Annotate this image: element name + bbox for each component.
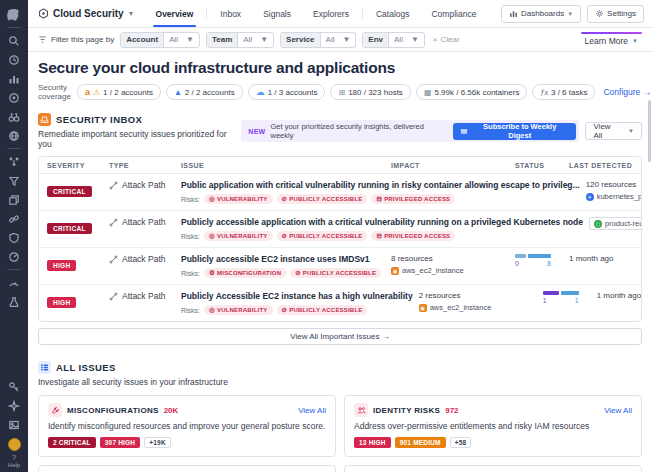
tab-signals[interactable]: Signals (252, 0, 302, 27)
chevron-down-icon: ▼ (128, 10, 135, 17)
table-row[interactable]: HIGH Attack Path Publicly accessible EC2… (39, 247, 641, 284)
rail-divider (7, 148, 21, 149)
link-icon[interactable] (4, 209, 24, 228)
azure-icon: ▲ (174, 88, 182, 97)
table-row[interactable]: CRITICAL Attack Path Publicly accessible… (39, 210, 641, 247)
cloud-security-logo-icon (38, 8, 49, 19)
attack-path-icon (109, 292, 118, 301)
coverage-pill-gcp[interactable]: ☁ 1 / 3 accounts (248, 84, 326, 100)
vulnerability-icon: ◎ (209, 306, 215, 314)
scrollbar-thumb[interactable] (648, 100, 651, 162)
filter-icon (38, 35, 47, 44)
filter-team[interactable]: Team All▼ (206, 32, 274, 48)
view-all-link[interactable]: View All (298, 406, 326, 415)
help-button[interactable]: ? Help (8, 454, 20, 470)
issue-title: Publicly accessible EC2 instance uses IM… (181, 254, 385, 264)
table-row[interactable]: HIGH Attack Path Publicly Accessible EC2… (39, 284, 641, 321)
view-all-important-issues-button[interactable]: View All Important Issues → (38, 328, 642, 345)
risk-chip: ◎VULNERABILITY (204, 194, 272, 204)
tab-compliance[interactable]: Compliance (420, 0, 487, 27)
security-coverage-row: Security coverage a ⚠ 1 / 2 accounts ▲ 2… (38, 83, 642, 101)
left-nav-rail: ? Help (0, 0, 28, 472)
issue-title: Publicly Accessible EC2 instance has a h… (181, 291, 413, 301)
issue-type: Attack Path (109, 217, 175, 227)
app-title: Cloud Security (53, 8, 124, 19)
tab-separator (206, 8, 207, 19)
filter-funnel-icon[interactable] (4, 171, 24, 190)
coverage-pill-azure[interactable]: ▲ 2 / 2 accounts (166, 84, 243, 100)
publicly-accessible-icon: ⊘ (282, 195, 288, 203)
filter-env[interactable]: Env All▼ (362, 32, 424, 48)
search-icon[interactable] (4, 31, 24, 50)
settings-button[interactable]: Settings (587, 5, 644, 23)
impact-count: 2 resources (419, 291, 537, 300)
risk-chip: ⚙MISCONFIGURATION (204, 268, 286, 278)
configure-link[interactable]: Configure → (603, 87, 651, 97)
inbox-view-all-dropdown[interactable]: View All ▼ (585, 122, 642, 140)
severity-badges: 2 CRITICAL 307 HIGH +19K (48, 437, 326, 448)
user-avatar[interactable] (8, 438, 21, 451)
page-content: Secure your cloud infrastructure and app… (28, 52, 652, 472)
settings-label: Settings (607, 9, 636, 18)
image-icon[interactable] (4, 416, 24, 435)
medium-badge: 901 MEDIUM (395, 437, 446, 448)
impact-count: 8 resources (391, 254, 509, 263)
tab-explorers[interactable]: Explorers (302, 0, 360, 27)
app-switcher[interactable]: Cloud Security ▼ (38, 0, 135, 27)
coverage-pill-containers[interactable]: ▦ 5.99k / 6.56k containers (416, 84, 528, 100)
dashboards-button[interactable]: Dashboards ▼ (501, 5, 581, 23)
watchdog-binoculars-icon[interactable] (4, 107, 24, 126)
shield-icon[interactable] (4, 228, 24, 247)
resource-tag: ▣ aws_ec2_instance (419, 303, 537, 312)
card-misconfigurations[interactable]: MISCONFIGURATIONS 20K View All Identify … (38, 395, 336, 457)
function-icon: ƒx (540, 88, 548, 97)
issue-type: Attack Path (109, 291, 175, 301)
coverage-pill-tasks[interactable]: ƒx 3 / 6 tasks (532, 84, 595, 100)
tab-catalogs[interactable]: Catalogs (365, 0, 421, 27)
learn-more-button[interactable]: Learn More ▼ (579, 32, 644, 48)
card-vulnerabilities[interactable]: VULNERABILITIES 18K View All Remediate v… (344, 465, 642, 472)
coverage-pill-hosts[interactable]: ⊞ 180 / 323 hosts (330, 84, 410, 100)
severity-badge: HIGH (47, 297, 76, 308)
status-bars: 11 (543, 291, 579, 304)
new-badge: NEW (248, 128, 265, 135)
card-identity-risks[interactable]: IDENTITY RISKS 972 View All Address over… (344, 395, 642, 457)
globe-icon[interactable] (4, 126, 24, 145)
service-tag: ⬡ product-recommendation (589, 217, 642, 230)
chevron-down-icon: ▼ (411, 35, 419, 44)
service-map-icon[interactable] (4, 152, 24, 171)
vulnerability-icon: ◎ (209, 232, 215, 240)
aws-ec2-icon: ▣ (419, 304, 427, 312)
key-icon[interactable] (4, 378, 24, 397)
risk-chip: ⊘PUBLICLY ACCESSIBLE (277, 194, 368, 204)
filter-account[interactable]: Account All▼ (120, 32, 200, 48)
gauge-icon[interactable] (4, 247, 24, 266)
flask-icon[interactable] (4, 292, 24, 311)
view-all-link[interactable]: View All (604, 406, 632, 415)
filter-service[interactable]: Service All▼ (280, 32, 356, 48)
subscribe-weekly-digest-button[interactable]: ✉ Subscribe to Weekly Digest (453, 123, 577, 140)
speedometer-icon[interactable] (4, 273, 24, 292)
card-threats[interactable]: THREATS 10K Past 1 Week View All Investi… (38, 465, 336, 472)
help-label: Help (8, 462, 20, 469)
severity-badge: HIGH (47, 260, 76, 271)
table-row[interactable]: CRITICAL Attack Path Public application … (39, 174, 641, 210)
sparkle-icon[interactable] (4, 397, 24, 416)
attack-path-icon (109, 181, 118, 190)
attack-path-icon (109, 255, 118, 264)
publicly-accessible-icon: ⊘ (282, 232, 288, 240)
dashboards-icon[interactable] (4, 69, 24, 88)
resource-tag: ✳ kubernetes_pod (586, 192, 642, 201)
history-icon[interactable] (4, 50, 24, 69)
apm-target-icon[interactable] (4, 88, 24, 107)
windows-icon[interactable] (4, 190, 24, 209)
identity-icon (354, 403, 368, 417)
clear-filters-button[interactable]: × Clear (433, 35, 460, 44)
more-badge: +58 (450, 437, 472, 448)
host-icon: ⊞ (338, 88, 345, 97)
tab-inbox[interactable]: Inbox (209, 0, 252, 27)
coverage-pill-aws[interactable]: a ⚠ 1 / 2 accounts (77, 84, 161, 100)
tab-overview[interactable]: Overview (145, 0, 205, 27)
warning-icon: ⚠ (93, 88, 100, 97)
status-bars: 08 (515, 254, 551, 267)
